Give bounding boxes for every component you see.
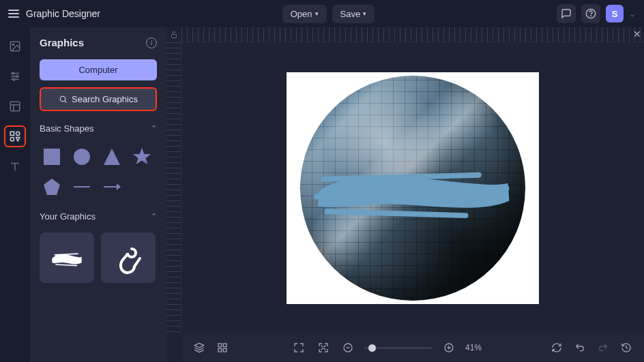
graphic-brush-stroke[interactable] [40, 232, 94, 283]
shape-square[interactable] [40, 145, 64, 169]
tool-strip [0, 27, 30, 362]
zoom-in-icon[interactable] [441, 340, 457, 356]
disco-ball-image[interactable] [300, 76, 525, 301]
image-tool-icon[interactable] [4, 35, 26, 57]
help-icon[interactable] [581, 4, 600, 23]
chevron-up-icon: ⌃ [151, 212, 157, 221]
comment-icon[interactable] [557, 4, 576, 23]
close-icon[interactable]: ✕ [633, 29, 641, 40]
shape-star[interactable] [130, 145, 154, 169]
svg-line-17 [65, 101, 66, 102]
zoom-slider-thumb[interactable] [368, 344, 376, 352]
svg-point-3 [12, 44, 14, 45]
graphic-ampersand[interactable] [101, 232, 156, 283]
avatar[interactable]: S [606, 5, 624, 22]
save-button[interactable]: Save ▾ [332, 5, 375, 23]
svg-point-16 [60, 96, 65, 102]
brush-overlay-graphic[interactable] [314, 159, 512, 226]
open-button[interactable]: Open ▾ [282, 5, 327, 23]
template-tool-icon[interactable] [4, 95, 26, 117]
shape-line[interactable] [70, 175, 94, 199]
your-graphics-header[interactable]: Your Graphics ⌃ [40, 211, 157, 222]
redo-icon[interactable] [595, 340, 611, 356]
svg-point-9 [13, 78, 15, 80]
basic-shapes-header[interactable]: Basic Shapes ⌃ [40, 123, 157, 134]
svg-rect-10 [10, 102, 20, 111]
info-icon[interactable]: i [146, 37, 157, 48]
your-graphics-grid [40, 232, 157, 283]
svg-point-19 [74, 149, 90, 165]
svg-rect-13 [10, 132, 14, 135]
history-icon[interactable] [618, 340, 634, 356]
search-icon [59, 95, 68, 104]
svg-rect-31 [223, 348, 226, 352]
computer-label: Computer [78, 65, 117, 75]
lock-icon[interactable] [166, 27, 181, 42]
svg-rect-26 [172, 35, 177, 38]
zoom-out-icon[interactable] [340, 340, 356, 356]
app-title: Graphic Designer [26, 8, 100, 19]
svg-rect-30 [218, 348, 222, 352]
shape-pentagon[interactable] [40, 175, 64, 199]
shapes-grid [40, 145, 157, 199]
svg-point-8 [16, 76, 18, 78]
ruler-vertical[interactable] [166, 42, 181, 333]
zoom-slider[interactable] [364, 347, 433, 349]
canvas-viewport[interactable] [181, 42, 644, 333]
chevron-down-icon: ▾ [363, 10, 366, 17]
search-label: Search Graphics [72, 94, 138, 104]
grid-icon[interactable] [214, 340, 231, 356]
svg-point-7 [12, 72, 14, 74]
your-graphics-label: Your Graphics [40, 211, 96, 222]
panel-title: Graphics [40, 37, 84, 48]
graphics-panel: Graphics i Computer Search Graphics Basi… [30, 27, 166, 362]
svg-point-15 [10, 138, 14, 141]
search-graphics-button[interactable]: Search Graphics [40, 87, 157, 111]
svg-marker-21 [133, 148, 151, 164]
refresh-icon[interactable] [548, 340, 565, 356]
svg-marker-27 [194, 343, 203, 348]
svg-marker-25 [117, 183, 121, 190]
account-chevron-icon[interactable]: ⌵ [629, 10, 636, 18]
shape-triangle[interactable] [100, 145, 124, 169]
ruler-horizontal[interactable] [181, 27, 644, 42]
adjust-tool-icon[interactable] [4, 65, 26, 87]
svg-rect-18 [44, 149, 60, 165]
text-tool-icon[interactable] [4, 155, 26, 177]
graphics-tool-icon[interactable] [4, 125, 26, 147]
chevron-down-icon: ▾ [315, 10, 319, 17]
chevron-up-icon: ⌃ [151, 124, 157, 133]
top-bar: Graphic Designer Open ▾ Save ▾ S ⌵ [0, 0, 644, 27]
bottom-toolbar: 41% [181, 333, 644, 362]
zoom-percent: 41% [465, 343, 488, 352]
svg-point-14 [16, 132, 20, 135]
menu-icon[interactable] [8, 10, 19, 18]
svg-marker-20 [104, 149, 120, 165]
canvas-area: ✕ [166, 27, 644, 362]
open-label: Open [291, 9, 312, 19]
undo-icon[interactable] [572, 340, 588, 356]
svg-point-1 [591, 16, 591, 16]
svg-marker-22 [44, 179, 60, 195]
shape-arrow[interactable] [100, 175, 124, 199]
shape-circle[interactable] [70, 145, 94, 169]
svg-rect-29 [223, 344, 226, 347]
avatar-letter: S [612, 9, 618, 19]
fullscreen-icon[interactable] [291, 340, 307, 356]
basic-shapes-label: Basic Shapes [40, 123, 94, 134]
layers-icon[interactable] [191, 340, 207, 356]
svg-rect-28 [218, 344, 222, 347]
save-label: Save [340, 9, 361, 19]
computer-button[interactable]: Computer [40, 59, 157, 80]
fit-screen-icon[interactable] [315, 340, 332, 356]
artboard[interactable] [287, 72, 539, 304]
